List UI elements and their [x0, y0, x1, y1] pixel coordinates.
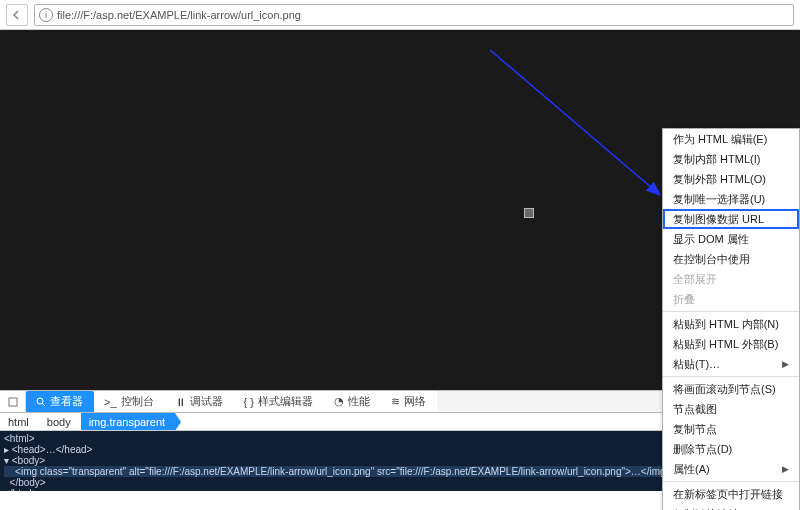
ctx-paste-sub[interactable]: 粘贴(T)…▶ [663, 354, 799, 374]
tab-network-label: 网络 [404, 394, 426, 409]
back-button[interactable] [6, 4, 28, 26]
ctx-paste-outer[interactable]: 粘贴到 HTML 外部(B) [663, 334, 799, 354]
ctx-collapse: 折叠 [663, 289, 799, 309]
debugger-icon: ⏸ [175, 396, 186, 408]
svg-rect-1 [9, 398, 17, 406]
url-input[interactable] [57, 9, 789, 21]
tab-debugger[interactable]: ⏸ 调试器 [165, 391, 234, 412]
context-menu: 作为 HTML 编辑(E) 复制内部 HTML(I) 复制外部 HTML(O) … [662, 128, 800, 510]
url-box: i [34, 4, 794, 26]
svg-line-3 [42, 403, 45, 406]
ctx-attrs-sub[interactable]: 属性(A)▶ [663, 459, 799, 479]
info-icon[interactable]: i [39, 8, 53, 22]
submenu-arrow-icon: ▶ [782, 357, 789, 371]
ctx-delete-node[interactable]: 删除节点(D) [663, 439, 799, 459]
tab-inspector-label: 查看器 [50, 394, 83, 409]
ctx-copy-inner-html[interactable]: 复制内部 HTML(I) [663, 149, 799, 169]
ctx-sep [663, 376, 799, 377]
ctx-copy-link-address[interactable]: 复制链接地址 [663, 504, 799, 510]
ctx-use-in-console[interactable]: 在控制台中使用 [663, 249, 799, 269]
ctx-copy-unique-selector[interactable]: 复制唯一选择器(U) [663, 189, 799, 209]
network-icon: ≋ [391, 395, 400, 408]
ctx-sep [663, 481, 799, 482]
ctx-paste-inner[interactable]: 粘贴到 HTML 内部(N) [663, 314, 799, 334]
address-bar: i [0, 0, 800, 30]
tab-console-label: 控制台 [121, 394, 154, 409]
tab-debugger-label: 调试器 [190, 394, 223, 409]
tab-perf[interactable]: ◔ 性能 [324, 391, 381, 412]
perf-icon: ◔ [334, 395, 344, 408]
tab-perf-label: 性能 [348, 394, 370, 409]
ctx-scroll-into-view[interactable]: 将画面滚动到节点(S) [663, 379, 799, 399]
tab-console[interactable]: >_ 控制台 [94, 391, 165, 412]
back-arrow-icon [11, 9, 23, 21]
ctx-node-screenshot[interactable]: 节点截图 [663, 399, 799, 419]
image-preview[interactable] [524, 208, 534, 218]
ctx-open-link-newtab[interactable]: 在新标签页中打开链接 [663, 484, 799, 504]
crumb-body[interactable]: body [39, 413, 81, 430]
submenu-arrow-icon: ▶ [782, 462, 789, 476]
tab-style-label: 样式编辑器 [258, 394, 313, 409]
ctx-show-dom-props[interactable]: 显示 DOM 属性 [663, 229, 799, 249]
devtools-close-icon[interactable] [0, 391, 26, 412]
style-icon: { } [244, 396, 254, 408]
tab-style[interactable]: { } 样式编辑器 [234, 391, 324, 412]
crumb-img[interactable]: img.transparent [81, 413, 175, 430]
ctx-edit-as-html[interactable]: 作为 HTML 编辑(E) [663, 129, 799, 149]
inspector-icon [36, 397, 46, 407]
ctx-expand-all: 全部展开 [663, 269, 799, 289]
ctx-copy-node[interactable]: 复制节点 [663, 419, 799, 439]
tab-network[interactable]: ≋ 网络 [381, 391, 437, 412]
console-icon: >_ [104, 396, 117, 408]
ctx-copy-outer-html[interactable]: 复制外部 HTML(O) [663, 169, 799, 189]
crumb-html[interactable]: html [0, 413, 39, 430]
tab-inspector[interactable]: 查看器 [26, 391, 94, 412]
ctx-sep [663, 311, 799, 312]
ctx-copy-image-data-url[interactable]: 复制图像数据 URL [663, 209, 799, 229]
